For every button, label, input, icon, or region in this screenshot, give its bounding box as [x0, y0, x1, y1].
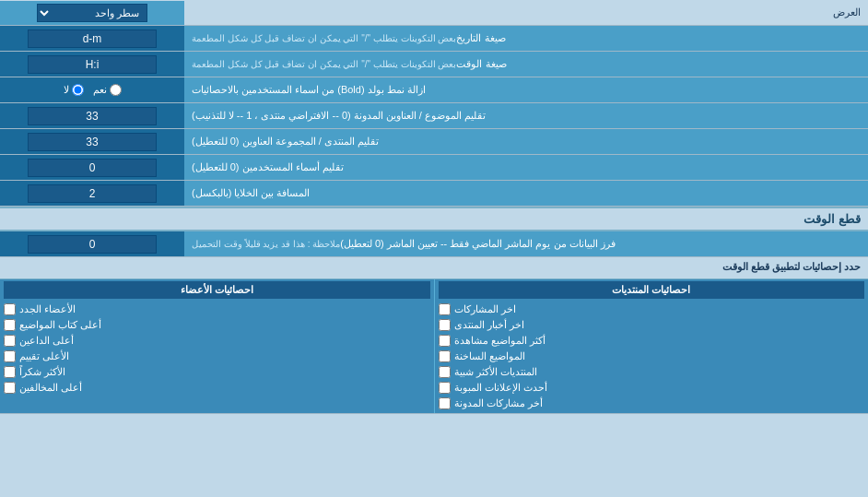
cell-spacing-input-area	[0, 181, 184, 206]
user-names-trim-row: تقليم أسماء المستخدمين (0 للتعطيل)	[0, 155, 868, 181]
dropdown-area: سطر واحد	[0, 1, 184, 25]
forum-topic-trim-label: تقليم الموضوع / العناوين المدونة (0 -- ا…	[184, 103, 868, 128]
time-format-input[interactable]	[28, 55, 157, 74]
checkboxes-columns: احصائيات المنتديات اخر المشاركات اخر أخب…	[0, 279, 868, 413]
checkboxes-header-row: حدد إحصائيات لتطبيق قطع الوقت	[0, 257, 868, 279]
date-format-input-area	[0, 26, 184, 51]
forum-group-trim-input[interactable]	[28, 133, 157, 151]
checkboxes-col2: احصائيات الأعضاء الأعضاء الجدد أعلى كتاب…	[0, 279, 434, 413]
bold-remove-radio-area: نعم لا	[0, 77, 184, 102]
user-names-trim-input-area	[0, 155, 184, 180]
forum-topic-trim-input-area	[0, 103, 184, 128]
cb-col1-check-0[interactable]	[439, 303, 451, 315]
cutoff-days-row: فرز البيانات من يوم الماشر الماضي فقط --…	[0, 231, 868, 257]
cb-col2-label-2: أعلى الداعين	[19, 335, 74, 347]
cb-col1-check-6[interactable]	[439, 397, 451, 409]
forum-group-trim-row: تقليم المنتدى / المجموعة العناوين (0 للت…	[0, 129, 868, 155]
cb-col1-label-4: المنتديات الأكثر شبية	[454, 366, 537, 378]
cb-col2-check-5[interactable]	[4, 382, 16, 394]
cb-col2-item-5: أعلى المخالفين	[4, 380, 430, 396]
col2-title: احصائيات الأعضاء	[4, 281, 430, 299]
user-names-trim-input[interactable]	[28, 159, 157, 177]
cb-col2-item-1: أعلى كتاب المواضيع	[4, 317, 430, 333]
cutoff-days-input-area	[0, 231, 184, 256]
time-format-label: صيغة الوقت بعض التكوينات يتطلب "/" التي …	[184, 52, 868, 77]
cb-col2-item-3: الأعلى تقييم	[4, 349, 430, 364]
radio-yes[interactable]: نعم	[93, 84, 122, 96]
cb-col2-check-4[interactable]	[4, 366, 16, 378]
cb-col1-label-5: أحدث الإعلانات المبوبة	[454, 382, 547, 394]
forum-topic-trim-row: تقليم الموضوع / العناوين المدونة (0 -- ا…	[0, 103, 868, 129]
cb-col2-item-2: أعلى الداعين	[4, 333, 430, 349]
cb-col1-check-4[interactable]	[439, 366, 451, 378]
cb-col2-check-3[interactable]	[4, 350, 16, 362]
cb-col2-check-1[interactable]	[4, 319, 16, 331]
cb-col1-item-1: اخر أخبار المنتدى	[439, 317, 865, 333]
cb-col1-item-6: أخر مشاركات المدونة	[439, 396, 865, 411]
cb-col2-item-4: الأكثر شكراً	[4, 364, 430, 380]
cb-col2-check-2[interactable]	[4, 335, 16, 347]
radio-no[interactable]: لا	[64, 84, 84, 96]
top-row: العرض سطر واحد	[0, 0, 868, 26]
radio-no-label: لا	[64, 84, 69, 96]
display-select[interactable]: سطر واحد	[37, 4, 147, 22]
time-format-input-area	[0, 52, 184, 77]
checkboxes-header-label: حدد إحصائيات لتطبيق قطع الوقت	[0, 257, 868, 278]
cb-col1-label-6: أخر مشاركات المدونة	[454, 397, 543, 409]
cell-spacing-row: المسافة بين الخلايا (بالبكسل)	[0, 181, 868, 207]
cell-spacing-label: المسافة بين الخلايا (بالبكسل)	[184, 181, 868, 206]
cb-col2-label-0: الأعضاء الجدد	[19, 303, 76, 315]
radio-yes-label: نعم	[93, 84, 107, 96]
checkboxes-section: حدد إحصائيات لتطبيق قطع الوقت احصائيات ا…	[0, 257, 868, 414]
bold-remove-label: ازالة نمط بولد (Bold) من اسماء المستخدمي…	[184, 77, 868, 102]
cb-col1-check-5[interactable]	[439, 382, 451, 394]
header-label: العرض	[184, 3, 868, 22]
cb-col1-item-5: أحدث الإعلانات المبوبة	[439, 380, 865, 396]
cutoff-days-label: فرز البيانات من يوم الماشر الماضي فقط --…	[184, 231, 868, 256]
cb-col2-check-0[interactable]	[4, 303, 16, 315]
cb-col1-label-1: اخر أخبار المنتدى	[454, 319, 524, 331]
cb-col1-check-2[interactable]	[439, 335, 451, 347]
cb-col2-item-0: الأعضاء الجدد	[4, 302, 430, 317]
cb-col1-item-4: المنتديات الأكثر شبية	[439, 364, 865, 380]
cb-col2-label-5: أعلى المخالفين	[19, 382, 82, 394]
date-format-input[interactable]	[28, 30, 157, 48]
checkboxes-col1: احصائيات المنتديات اخر المشاركات اخر أخب…	[434, 279, 869, 413]
date-format-row: صيغة التاريخ بعض التكوينات يتطلب "/" الت…	[0, 26, 868, 52]
forum-group-trim-input-area	[0, 129, 184, 154]
cutoff-section-header: قطع الوقت	[0, 207, 868, 231]
cb-col2-label-3: الأعلى تقييم	[19, 350, 69, 362]
user-names-trim-label: تقليم أسماء المستخدمين (0 للتعطيل)	[184, 155, 868, 180]
cb-col1-item-0: اخر المشاركات	[439, 302, 865, 317]
cb-col2-label-1: أعلى كتاب المواضيع	[19, 319, 101, 331]
cb-col1-label-0: اخر المشاركات	[454, 303, 516, 315]
radio-no-input[interactable]	[72, 84, 84, 96]
forum-group-trim-label: تقليم المنتدى / المجموعة العناوين (0 للت…	[184, 129, 868, 154]
col1-title: احصائيات المنتديات	[439, 281, 865, 299]
date-format-label: صيغة التاريخ بعض التكوينات يتطلب "/" الت…	[184, 26, 868, 51]
main-container: العرض سطر واحد صيغة التاريخ بعض التكوينا…	[0, 0, 868, 414]
cb-col1-check-1[interactable]	[439, 319, 451, 331]
radio-yes-input[interactable]	[110, 84, 122, 96]
bold-remove-row: ازالة نمط بولد (Bold) من اسماء المستخدمي…	[0, 77, 868, 103]
time-format-row: صيغة الوقت بعض التكوينات يتطلب "/" التي …	[0, 52, 868, 77]
forum-topic-trim-input[interactable]	[28, 107, 157, 125]
cell-spacing-input[interactable]	[28, 184, 157, 203]
cb-col1-item-2: أكثر المواضيع مشاهدة	[439, 333, 865, 349]
cutoff-days-input[interactable]	[28, 235, 157, 254]
cb-col2-label-4: الأكثر شكراً	[19, 366, 65, 378]
cb-col1-label-2: أكثر المواضيع مشاهدة	[454, 335, 545, 347]
cb-col1-label-3: المواضيع الساخنة	[454, 350, 525, 362]
cb-col1-item-3: المواضيع الساخنة	[439, 349, 865, 364]
cb-col1-check-3[interactable]	[439, 350, 451, 362]
